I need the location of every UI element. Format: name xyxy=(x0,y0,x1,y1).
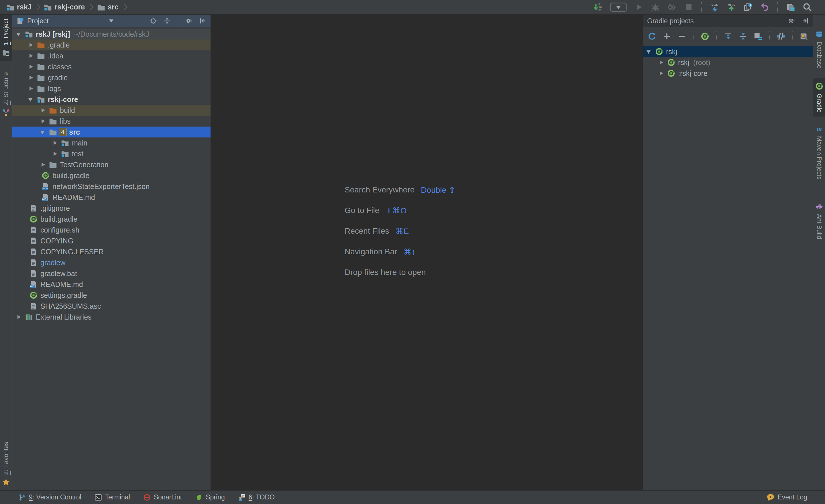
view-combo-arrow-icon[interactable] xyxy=(109,19,114,22)
locate-icon[interactable] xyxy=(150,17,157,25)
breadcrumb-item-rskJ[interactable]: rskJ xyxy=(6,3,31,11)
run-icon[interactable] xyxy=(634,3,644,12)
vcs-update-icon[interactable]: VCS xyxy=(710,3,719,12)
tree-row-readme-md[interactable]: MDREADME.md xyxy=(12,279,211,290)
closed-expander-icon[interactable] xyxy=(27,74,35,81)
tree-row-test[interactable]: test xyxy=(12,148,211,159)
tree-row-gradlew[interactable]: gradlew xyxy=(12,257,211,268)
tree-row--gitignore[interactable]: .gitignore xyxy=(12,203,211,214)
tree-row-libs[interactable]: libs xyxy=(12,116,211,127)
closed-expander-icon[interactable] xyxy=(658,59,665,66)
status-item--version-control[interactable]: 9: Version Control xyxy=(18,493,81,501)
offline-icon[interactable] xyxy=(776,32,785,41)
hide-left-icon[interactable] xyxy=(199,17,207,25)
tree-row-networkstateexportertest-json[interactable]: JSONnetworkStateExporterTest.json xyxy=(12,181,211,192)
tree-row-settings-gradle[interactable]: settings.gradle xyxy=(12,290,211,301)
breadcrumb-item-src[interactable]: src xyxy=(97,3,119,11)
stripe-tab--structure[interactable]: Z: Structure xyxy=(0,68,12,120)
rollback-icon[interactable] xyxy=(760,3,769,12)
tree-item-label: build xyxy=(60,106,75,114)
status-item-terminal[interactable]: Terminal xyxy=(94,493,130,501)
tree-row-rskj-core[interactable]: rskj-core xyxy=(12,94,211,105)
search-everywhere-icon[interactable] xyxy=(803,3,812,12)
tree-item-label: :rskj-core xyxy=(678,69,707,78)
tree-item-label: networkStateExporterTest.json xyxy=(53,182,150,191)
tree-row-gradlew-bat[interactable]: gradlew.bat xyxy=(12,268,211,279)
local-history-icon[interactable] xyxy=(743,3,753,12)
settings-icon[interactable] xyxy=(185,17,193,25)
remove-icon[interactable] xyxy=(677,32,686,41)
closed-expander-icon[interactable] xyxy=(27,52,35,60)
debug-icon[interactable] xyxy=(651,3,660,12)
closed-expander-icon[interactable] xyxy=(658,70,665,77)
binary-download-icon[interactable]: 011001 xyxy=(594,3,603,12)
stripe-tab--project[interactable]: 1: Project xyxy=(0,15,12,61)
tree-row--idea[interactable]: .idea xyxy=(12,51,211,61)
tree-row-build-gradle[interactable]: build.gradle xyxy=(12,214,211,225)
tree-row-readme-md[interactable]: MDREADME.md xyxy=(12,192,211,203)
tree-row--rskj-core[interactable]: :rskj-core xyxy=(643,68,813,79)
tree-item-label: src xyxy=(69,128,80,136)
project-panel-title[interactable]: Project xyxy=(27,17,49,25)
build-settings-icon[interactable] xyxy=(800,32,808,41)
tree-row-testgeneration[interactable]: TestGeneration xyxy=(12,159,211,170)
stop-icon[interactable] xyxy=(684,3,693,12)
stripe-tab-database[interactable]: Database xyxy=(813,26,825,72)
coverage-icon[interactable] xyxy=(667,3,677,12)
closed-expander-icon[interactable] xyxy=(27,63,35,70)
tree-item-label: .idea xyxy=(48,52,63,60)
closed-expander-icon[interactable] xyxy=(51,139,59,147)
closed-expander-icon[interactable] xyxy=(51,150,59,158)
closed-expander-icon[interactable] xyxy=(27,85,35,92)
gradle-icon[interactable] xyxy=(701,32,709,41)
tree-row-rskj-rskj-[interactable]: rskJ [rskj]~/Documents/code/rskJ xyxy=(12,29,211,39)
collapse-all-icon[interactable] xyxy=(163,17,171,25)
tree-row-src[interactable]: 4src xyxy=(12,127,211,138)
tree-row-gradle[interactable]: gradle xyxy=(12,72,211,83)
open-expander-icon[interactable] xyxy=(39,128,47,136)
stripe-tab-ant-build[interactable]: Ant Build xyxy=(813,198,825,243)
editor-area: Search EverywhereDouble ⇧Go to File⇧⌘ORe… xyxy=(211,15,643,490)
status-item-spring[interactable]: Spring xyxy=(195,493,225,501)
tree-row-rskj[interactable]: rskj(root) xyxy=(643,57,813,68)
tree-item-label: COPYING.LESSER xyxy=(41,248,104,256)
file-md-icon: MD xyxy=(29,280,38,288)
tree-row-copying[interactable]: COPYING xyxy=(12,235,211,246)
breadcrumb-item-rskj-core[interactable]: rskj-core xyxy=(44,3,85,11)
open-expander-icon[interactable] xyxy=(27,96,35,103)
closed-expander-icon[interactable] xyxy=(15,313,23,321)
hide-right-icon[interactable] xyxy=(802,17,809,25)
tree-row-external-libraries[interactable]: External Libraries xyxy=(12,312,211,322)
tree-row-classes[interactable]: classes xyxy=(12,61,211,72)
tree-row-logs[interactable]: logs xyxy=(12,83,211,94)
collapse-all-blue-icon[interactable] xyxy=(739,32,747,41)
stripe-tab--favorites[interactable]: 2: Favorites xyxy=(0,438,12,490)
open-expander-icon[interactable] xyxy=(15,30,23,38)
expand-all-icon[interactable] xyxy=(724,32,733,41)
tree-row-configure-sh[interactable]: configure.sh xyxy=(12,225,211,235)
stripe-tab-gradle[interactable]: Gradle xyxy=(813,78,825,116)
closed-expander-icon[interactable] xyxy=(27,41,35,49)
tree-row-rskj[interactable]: rskj xyxy=(643,46,813,57)
status-item-sonarlint[interactable]: SonarLint xyxy=(143,493,182,501)
refresh-icon[interactable] xyxy=(648,32,656,41)
dependencies-icon[interactable] xyxy=(754,32,762,41)
settings-icon[interactable] xyxy=(788,17,795,25)
vcs-commit-icon[interactable]: VCS xyxy=(727,3,736,12)
add-icon[interactable] xyxy=(663,32,671,41)
closed-expander-icon[interactable] xyxy=(39,117,47,125)
tree-row-build[interactable]: build xyxy=(12,105,211,116)
stripe-tab-maven-projects[interactable]: mMaven Projects xyxy=(813,120,825,183)
open-expander-icon[interactable] xyxy=(646,48,653,55)
run-config-dropdown-icon[interactable] xyxy=(610,2,627,12)
tree-row-main[interactable]: main xyxy=(12,138,211,148)
copy-structure-icon[interactable] xyxy=(786,3,795,12)
closed-expander-icon[interactable] xyxy=(39,161,47,168)
tree-row-build-gradle[interactable]: build.gradle xyxy=(12,170,211,181)
event-log-button[interactable]: 1 Event Log xyxy=(766,493,825,501)
closed-expander-icon[interactable] xyxy=(39,106,47,114)
tree-row-sha256sums-asc[interactable]: SHA256SUMS.asc xyxy=(12,301,211,312)
tree-row--gradle[interactable]: .gradle xyxy=(12,39,211,51)
tree-row-copying-lesser[interactable]: COPYING.LESSER xyxy=(12,246,211,257)
status-item--todo[interactable]: 6: TODO xyxy=(238,493,275,501)
